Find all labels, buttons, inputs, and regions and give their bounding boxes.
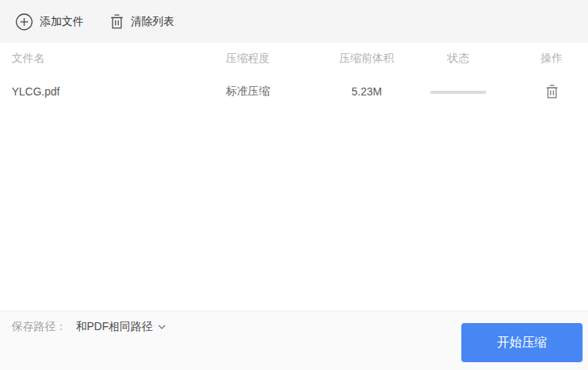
clear-list-label: 清除列表: [131, 15, 174, 29]
save-path-value: 和PDF相同路径: [76, 320, 152, 334]
header-level: 压缩程度: [214, 52, 312, 66]
table-header: 文件名 压缩程度 压缩前体积 状态 操作: [0, 43, 588, 74]
trash-icon: [110, 14, 124, 29]
add-file-label: 添加文件: [40, 15, 84, 29]
footer-bar: 保存路径： 和PDF相同路径 开始压缩: [0, 311, 588, 370]
row-level: 标准压缩: [214, 84, 312, 99]
row-size-before: 5.23M: [312, 85, 421, 98]
plus-circle-icon: [16, 13, 33, 31]
row-delete-button[interactable]: [544, 83, 560, 100]
row-status: [421, 85, 515, 98]
clear-list-button[interactable]: 清除列表: [110, 14, 174, 29]
chevron-down-icon: [152, 325, 166, 329]
trash-icon: [546, 89, 558, 101]
header-action: 操作: [515, 52, 588, 66]
save-path: 保存路径： 和PDF相同路径: [12, 320, 166, 334]
header-size-before: 压缩前体积: [312, 52, 421, 66]
header-filename: 文件名: [0, 52, 214, 66]
table-row: YLCG.pdf 标准压缩 5.23M: [0, 74, 588, 109]
save-path-label: 保存路径：: [12, 320, 66, 334]
toolbar: 添加文件 清除列表: [0, 0, 588, 43]
row-filename: YLCG.pdf: [0, 85, 214, 98]
start-compress-button[interactable]: 开始压缩: [461, 323, 583, 362]
save-path-dropdown[interactable]: 和PDF相同路径: [76, 320, 166, 334]
progress-bar: [430, 91, 486, 94]
add-file-button[interactable]: 添加文件: [16, 13, 84, 31]
header-status: 状态: [421, 52, 515, 66]
